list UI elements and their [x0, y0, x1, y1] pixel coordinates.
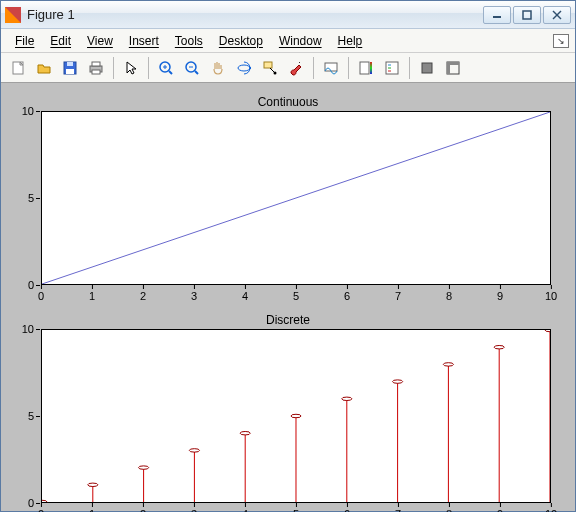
svg-rect-21 — [325, 63, 337, 71]
stem-marker — [189, 449, 199, 452]
minimize-button[interactable] — [483, 6, 511, 24]
pointer-icon — [123, 60, 139, 76]
stem-marker — [88, 483, 98, 486]
new-figure-button[interactable] — [6, 56, 30, 80]
hide-tools-icon — [419, 60, 435, 76]
line-series — [42, 112, 550, 284]
open-icon — [36, 60, 52, 76]
window-title: Figure 1 — [27, 7, 481, 22]
x-tick-label: 9 — [497, 508, 503, 512]
svg-rect-23 — [370, 62, 372, 74]
dock-button[interactable]: ↘ — [553, 34, 569, 48]
menubar: File Edit View Insert Tools Desktop Wind… — [1, 29, 575, 53]
separator — [113, 57, 114, 79]
x-ticks-discrete: 012345678910 — [41, 504, 551, 512]
separator — [409, 57, 410, 79]
zoom-out-button[interactable] — [180, 56, 204, 80]
y-ticks-discrete: 0510 — [10, 329, 40, 503]
svg-rect-19 — [264, 62, 272, 68]
rotate-3d-icon — [236, 60, 252, 76]
menu-tools[interactable]: Tools — [167, 32, 211, 50]
menu-edit[interactable]: Edit — [42, 32, 79, 50]
axes-continuous[interactable]: 0510 012345678910 — [41, 111, 551, 285]
svg-line-12 — [169, 71, 172, 74]
menu-file[interactable]: File — [7, 32, 42, 50]
zoom-out-icon — [184, 60, 200, 76]
menu-view[interactable]: View — [79, 32, 121, 50]
svg-rect-7 — [66, 69, 74, 74]
x-tick-label: 4 — [242, 290, 248, 302]
figure-canvas: Continuous 0510 012345678910 Discrete 05… — [1, 83, 575, 511]
hide-plot-tools-button[interactable] — [415, 56, 439, 80]
svg-rect-28 — [422, 63, 432, 73]
link-icon — [323, 60, 339, 76]
x-tick-label: 3 — [191, 290, 197, 302]
x-tick-label: 7 — [395, 290, 401, 302]
chart-title-continuous: Continuous — [9, 95, 567, 109]
x-tick-label: 2 — [140, 290, 146, 302]
x-tick-label: 2 — [140, 508, 146, 512]
svg-point-20 — [274, 71, 277, 74]
zoom-in-icon — [158, 60, 174, 76]
x-tick-label: 5 — [293, 508, 299, 512]
separator — [313, 57, 314, 79]
brush-button[interactable] — [284, 56, 308, 80]
svg-rect-9 — [92, 62, 100, 66]
colorbar-icon — [358, 60, 374, 76]
chart-title-discrete: Discrete — [9, 313, 567, 327]
x-ticks-continuous: 012345678910 — [41, 286, 551, 304]
close-button[interactable] — [543, 6, 571, 24]
data-cursor-icon — [262, 60, 278, 76]
x-tick-label: 10 — [545, 508, 557, 512]
y-tick-label: 5 — [10, 192, 34, 204]
x-tick-label: 10 — [545, 290, 557, 302]
legend-icon — [384, 60, 400, 76]
figure-window: Figure 1 File Edit View Insert Tools Des… — [0, 0, 576, 512]
show-plot-tools-button[interactable] — [441, 56, 465, 80]
x-tick-label: 0 — [38, 290, 44, 302]
matlab-icon — [5, 7, 21, 23]
colorbar-button[interactable] — [354, 56, 378, 80]
save-button[interactable] — [58, 56, 82, 80]
menu-insert[interactable]: Insert — [121, 32, 167, 50]
separator — [348, 57, 349, 79]
toolbar — [1, 53, 575, 83]
data-cursor-button[interactable] — [258, 56, 282, 80]
legend-button[interactable] — [380, 56, 404, 80]
svg-point-18 — [238, 65, 250, 71]
y-tick-label: 10 — [10, 323, 34, 335]
axes-discrete[interactable]: 0510 012345678910 — [41, 329, 551, 503]
x-tick-label: 1 — [89, 290, 95, 302]
x-tick-label: 4 — [242, 508, 248, 512]
stem-marker — [494, 345, 504, 348]
x-tick-label: 5 — [293, 290, 299, 302]
maximize-button[interactable] — [513, 6, 541, 24]
rotate-3d-button[interactable] — [232, 56, 256, 80]
print-icon — [88, 60, 104, 76]
x-tick-label: 3 — [191, 508, 197, 512]
menu-desktop[interactable]: Desktop — [211, 32, 271, 50]
chart-continuous: Continuous 0510 012345678910 — [9, 95, 567, 285]
pan-icon — [210, 60, 226, 76]
svg-rect-22 — [360, 62, 369, 74]
stem-marker — [393, 380, 403, 383]
menu-window[interactable]: Window — [271, 32, 330, 50]
pan-button[interactable] — [206, 56, 230, 80]
link-plots-button[interactable] — [319, 56, 343, 80]
x-tick-label: 6 — [344, 290, 350, 302]
y-tick-label: 0 — [10, 497, 34, 509]
y-tick-label: 5 — [10, 410, 34, 422]
x-tick-label: 8 — [446, 508, 452, 512]
stem-marker — [291, 414, 301, 417]
stem-marker — [443, 363, 453, 366]
menu-help[interactable]: Help — [330, 32, 371, 50]
edit-plot-button[interactable] — [119, 56, 143, 80]
open-button[interactable] — [32, 56, 56, 80]
y-ticks-continuous: 0510 — [10, 111, 40, 285]
line-plot — [42, 112, 550, 284]
svg-rect-31 — [447, 62, 450, 74]
svg-rect-24 — [386, 62, 398, 74]
zoom-in-button[interactable] — [154, 56, 178, 80]
print-button[interactable] — [84, 56, 108, 80]
save-icon — [62, 60, 78, 76]
